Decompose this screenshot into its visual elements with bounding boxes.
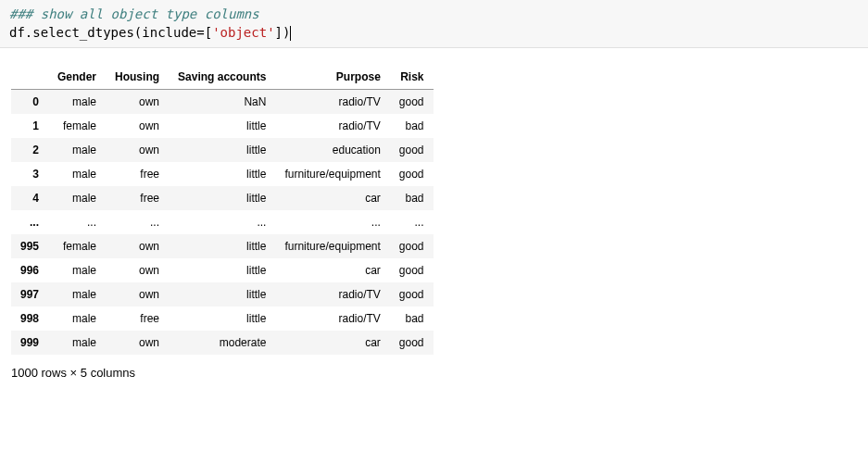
table-row: 999 male own moderate car good <box>11 331 434 355</box>
cell: moderate <box>169 331 275 355</box>
index-header <box>11 65 48 90</box>
cell: female <box>48 114 106 138</box>
cell: free <box>106 307 169 331</box>
cell: radio/TV <box>275 90 389 115</box>
cell: own <box>106 138 169 162</box>
cell-ellipsis: ... <box>106 210 169 234</box>
cell-ellipsis: ... <box>390 210 434 234</box>
cell: car <box>275 186 389 210</box>
header-row: Gender Housing Saving accounts Purpose R… <box>11 65 434 90</box>
col-header: Risk <box>390 65 434 90</box>
ellipsis-row: ... ... ... ... ... ... <box>11 210 434 234</box>
cell: bad <box>390 307 434 331</box>
cell: little <box>169 114 275 138</box>
cell: free <box>106 186 169 210</box>
col-header: Saving accounts <box>169 65 275 90</box>
table-row: 0 male own NaN radio/TV good <box>11 90 434 115</box>
table-row: 998 male free little radio/TV bad <box>11 307 434 331</box>
dataframe-table: Gender Housing Saving accounts Purpose R… <box>11 65 434 355</box>
cell-ellipsis: ... <box>169 210 275 234</box>
cell: car <box>275 331 389 355</box>
cell-ellipsis: ... <box>275 210 389 234</box>
cell: good <box>390 258 434 282</box>
cell: bad <box>390 186 434 210</box>
table-row: 3 male free little furniture/equipment g… <box>11 162 434 186</box>
cell: radio/TV <box>275 282 389 307</box>
cell: male <box>48 162 106 186</box>
cell-ellipsis: ... <box>48 210 106 234</box>
col-header: Gender <box>48 65 106 90</box>
row-index: 3 <box>11 162 48 186</box>
cell: male <box>48 307 106 331</box>
table-row: 2 male own little education good <box>11 138 434 162</box>
cell: male <box>48 186 106 210</box>
row-index: 2 <box>11 138 48 162</box>
cell: good <box>390 138 434 162</box>
code-comment: ### show all object type columns <box>9 6 259 21</box>
cell: little <box>169 162 275 186</box>
code-expr-suffix: ]) <box>275 25 291 40</box>
cell: little <box>169 186 275 210</box>
cell: education <box>275 138 389 162</box>
cell: own <box>106 234 169 258</box>
cell: radio/TV <box>275 307 389 331</box>
table-row: 1 female own little radio/TV bad <box>11 114 434 138</box>
cell: own <box>106 258 169 282</box>
code-string-literal: 'object' <box>212 25 274 40</box>
row-index: 997 <box>11 282 48 307</box>
row-index: 998 <box>11 307 48 331</box>
row-index: 995 <box>11 234 48 258</box>
cell: little <box>169 307 275 331</box>
cell: male <box>48 282 106 307</box>
table-row: 4 male free little car bad <box>11 186 434 210</box>
cell: good <box>390 282 434 307</box>
cell: little <box>169 138 275 162</box>
cell: furniture/equipment <box>275 162 389 186</box>
cell: car <box>275 258 389 282</box>
cell: free <box>106 162 169 186</box>
cell: good <box>390 162 434 186</box>
cell: male <box>48 138 106 162</box>
row-index: 999 <box>11 331 48 355</box>
cell: little <box>169 282 275 307</box>
cell: bad <box>390 114 434 138</box>
row-index: 996 <box>11 258 48 282</box>
row-index: 0 <box>11 90 48 115</box>
col-header: Housing <box>106 65 169 90</box>
table-body: 0 male own NaN radio/TV good 1 female ow… <box>11 90 434 356</box>
cell: male <box>48 258 106 282</box>
cell: little <box>169 258 275 282</box>
cell: NaN <box>169 90 275 115</box>
dataframe-summary: 1000 rows × 5 columns <box>11 366 857 380</box>
table-row: 997 male own little radio/TV good <box>11 282 434 307</box>
cell: male <box>48 90 106 115</box>
text-cursor <box>290 26 291 41</box>
cell: female <box>48 234 106 258</box>
cell: good <box>390 331 434 355</box>
cell: radio/TV <box>275 114 389 138</box>
cell: male <box>48 331 106 355</box>
col-header: Purpose <box>275 65 389 90</box>
cell: good <box>390 90 434 115</box>
cell: own <box>106 282 169 307</box>
cell: little <box>169 234 275 258</box>
row-index-ellipsis: ... <box>11 210 48 234</box>
code-expr-prefix: df.select_dtypes(include=[ <box>9 25 212 40</box>
cell: own <box>106 114 169 138</box>
row-index: 4 <box>11 186 48 210</box>
row-index: 1 <box>11 114 48 138</box>
cell: own <box>106 90 169 115</box>
cell: own <box>106 331 169 355</box>
cell: good <box>390 234 434 258</box>
table-row: 995 female own little furniture/equipmen… <box>11 234 434 258</box>
table-row: 996 male own little car good <box>11 258 434 282</box>
output-area: Gender Housing Saving accounts Purpose R… <box>0 48 868 403</box>
code-input-cell[interactable]: ### show all object type columns df.sele… <box>0 0 868 48</box>
cell: furniture/equipment <box>275 234 389 258</box>
